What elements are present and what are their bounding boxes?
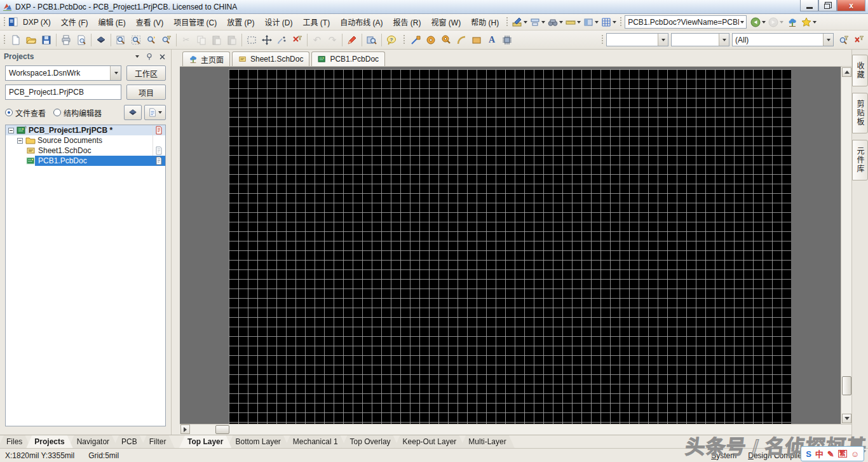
combo-dropdown-button[interactable]: [823, 34, 833, 46]
move-selection-button[interactable]: [259, 32, 275, 48]
right-tab-clipboard[interactable]: 剪贴板: [852, 93, 868, 133]
layer-tab-bottom-layer[interactable]: Bottom Layer: [227, 435, 288, 448]
save-button[interactable]: [39, 32, 54, 48]
zoom-selected-button[interactable]: [144, 32, 159, 48]
place-fill-button[interactable]: [469, 32, 484, 48]
menu-item-autoroute[interactable]: 自动布线 (A): [335, 14, 388, 30]
project-name-field[interactable]: PCB_Project1.PrjPCB: [5, 85, 121, 100]
utility-tools-button[interactable]: [511, 15, 529, 30]
scroll-down-button[interactable]: [842, 414, 851, 423]
tree-item-source-documents[interactable]: Source Documents: [6, 135, 165, 146]
menu-item-tools[interactable]: 工具 (T): [298, 14, 336, 30]
toolbar-grip-handle[interactable]: [3, 17, 6, 27]
cut-button[interactable]: ✂: [179, 32, 194, 48]
place-via-button[interactable]: [438, 32, 454, 48]
ime-brush-icon[interactable]: ✎: [827, 450, 834, 458]
panel-close-button[interactable]: [157, 51, 167, 62]
dimension-tools-button[interactable]: [564, 15, 582, 30]
apply-filter-button[interactable]: [836, 32, 851, 48]
menu-item-edit[interactable]: 编辑 (E): [93, 14, 130, 30]
panels-tools-button[interactable]: [582, 15, 600, 30]
board-insight-button[interactable]: [124, 105, 142, 120]
menu-item-view[interactable]: 查看 (V): [131, 14, 168, 30]
undo-button[interactable]: ↶: [309, 32, 325, 48]
grid-tools-button[interactable]: [600, 15, 618, 30]
ime-language-icon[interactable]: 中: [815, 450, 824, 458]
find-similar-button[interactable]: [364, 32, 379, 48]
place-component-button[interactable]: [499, 32, 515, 48]
combo-dropdown-button[interactable]: [658, 34, 668, 46]
deselect-all-button[interactable]: [275, 32, 290, 48]
clear-current-filter-button[interactable]: [851, 32, 867, 48]
fit-document-button[interactable]: [113, 32, 128, 48]
panel-tab-navigator[interactable]: Navigator: [69, 435, 118, 448]
close-button[interactable]: x: [837, 0, 865, 11]
pcb-board-grid[interactable]: [229, 69, 791, 424]
scroll-right-button[interactable]: [180, 425, 190, 434]
place-string-button[interactable]: A: [484, 32, 499, 48]
clear-filter-button[interactable]: [290, 32, 305, 48]
place-pad-button[interactable]: [423, 32, 438, 48]
menu-item-file[interactable]: 文件 (F): [56, 14, 93, 30]
vertical-scroll-thumb[interactable]: [842, 376, 851, 395]
print-preview-button[interactable]: [74, 32, 89, 48]
place-arc-button[interactable]: [454, 32, 469, 48]
paste-button[interactable]: [209, 32, 224, 48]
panel-tab-filter[interactable]: Filter: [141, 435, 175, 448]
toolbar-grip-handle[interactable]: [601, 34, 604, 45]
menu-item-reports[interactable]: 报告 (R): [388, 14, 426, 30]
menu-item-dxp[interactable]: DXP (X): [18, 15, 56, 29]
system-button[interactable]: System: [706, 450, 742, 461]
maximize-button[interactable]: [818, 0, 837, 11]
doc-tab-sheet1[interactable]: Sheet1.SchDoc: [232, 51, 309, 66]
file-view-radio[interactable]: 文件查看: [5, 107, 52, 118]
address-combobox[interactable]: PCB1.PcbDoc?ViewName=PCBE: [625, 15, 747, 29]
menu-item-place[interactable]: 放置 (P): [222, 14, 259, 30]
open-button[interactable]: [24, 32, 39, 48]
menu-item-design[interactable]: 设计 (D): [260, 14, 298, 30]
filter-all-combobox[interactable]: (All): [732, 33, 834, 46]
design-compiler-button[interactable]: Design Compiler: [743, 450, 810, 461]
doc-tab-home[interactable]: 主页面: [182, 51, 230, 66]
panel-tab-files[interactable]: Files: [0, 435, 31, 448]
zoom-filtered-button[interactable]: [159, 32, 174, 48]
collapse-toggle-icon[interactable]: [17, 138, 23, 144]
doc-tab-pcb1[interactable]: PCB1.PcbDoc: [311, 51, 385, 66]
new-document-button[interactable]: [8, 32, 24, 48]
zoom-area-button[interactable]: [128, 32, 144, 48]
ime-toolbar[interactable]: S 中 ✎ 繁 ☺: [801, 446, 864, 461]
paste-special-button[interactable]: [224, 32, 240, 48]
layer-tab-multi-layer[interactable]: Multi-Layer: [460, 435, 514, 448]
horizontal-scrollbar[interactable]: [180, 424, 851, 435]
horizontal-scroll-thumb[interactable]: [215, 425, 229, 434]
find-tools-button[interactable]: [546, 15, 564, 30]
menu-item-help[interactable]: 帮助 (H): [466, 14, 504, 30]
redo-button[interactable]: ↷: [325, 32, 340, 48]
toolbar-grip-handle[interactable]: [620, 17, 623, 27]
panel-tab-projects[interactable]: Projects: [26, 435, 72, 448]
forward-button[interactable]: [767, 15, 785, 30]
collapse-toggle-icon[interactable]: [8, 128, 14, 133]
workspace-button[interactable]: 工作区: [126, 65, 166, 81]
ime-smiley-icon[interactable]: ☺: [851, 450, 859, 458]
vertical-scrollbar[interactable]: [841, 67, 851, 424]
layer-tab-keep-out-layer[interactable]: Keep-Out Layer: [395, 435, 465, 448]
help-button[interactable]: ?: [384, 32, 399, 48]
ime-logo-icon[interactable]: S: [806, 450, 811, 458]
toolbar-grip-handle[interactable]: [3, 34, 6, 45]
filter-scope-combobox[interactable]: [606, 33, 668, 46]
home-page-button[interactable]: [785, 15, 800, 30]
workspace-combobox[interactable]: Workspace1.DsnWrk: [5, 65, 121, 81]
combo-dropdown-button[interactable]: [110, 66, 121, 80]
layer-tab-top-overlay[interactable]: Top Overlay: [342, 435, 399, 448]
flip-board-button[interactable]: [93, 32, 109, 48]
project-button[interactable]: 项目: [126, 85, 166, 100]
minimize-button[interactable]: [800, 0, 818, 11]
panel-pin-button[interactable]: [144, 51, 154, 62]
layer-tab-mechanical-1[interactable]: Mechanical 1: [285, 435, 346, 448]
menu-item-window[interactable]: 视窗 (W): [426, 14, 466, 30]
filter-object-combobox[interactable]: [671, 33, 729, 46]
tree-item-project[interactable]: PCB_Project1.PrjPCB *: [6, 125, 165, 135]
copy-button[interactable]: [194, 32, 209, 48]
layer-tab-top-layer[interactable]: Top Layer: [179, 435, 231, 448]
